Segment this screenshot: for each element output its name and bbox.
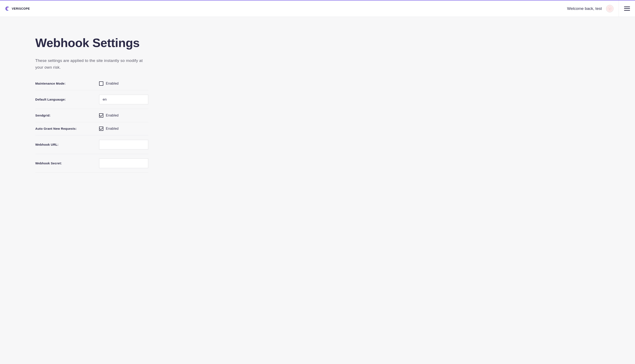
checkbox-label-auto-grant: Enabled <box>106 127 119 130</box>
label-auto-grant: Auto Grant New Requests: <box>35 127 99 130</box>
input-default-language[interactable] <box>99 95 148 104</box>
label-webhook-url: Webhook URL: <box>35 143 99 146</box>
row-maintenance-mode: Maintenance Mode: Enabled <box>35 79 148 90</box>
welcome-container: Welcome back, test <box>567 5 618 12</box>
checkbox-label-sendgrid: Enabled <box>106 114 119 117</box>
checkbox-label-maintenance-mode: Enabled <box>106 82 119 86</box>
svg-point-2 <box>610 8 611 8</box>
input-webhook-secret[interactable] <box>99 158 148 168</box>
label-default-language: Default Languauge: <box>35 98 99 101</box>
logo[interactable]: VERISCOPE <box>5 6 30 11</box>
avatar[interactable] <box>606 5 614 12</box>
label-sendgrid: Sendgrid: <box>35 114 99 117</box>
control-maintenance-mode: Enabled <box>99 82 148 86</box>
main-content: Webhook Settings These settings are appl… <box>0 17 151 173</box>
veriscope-logo-icon <box>5 6 10 11</box>
checkbox-box-icon <box>99 82 103 86</box>
control-default-language <box>99 95 148 104</box>
control-sendgrid: Enabled <box>99 113 148 118</box>
menu-button[interactable] <box>618 0 635 17</box>
brand-name: VERISCOPE <box>12 7 30 10</box>
row-webhook-url: Webhook URL: <box>35 136 148 154</box>
row-default-language: Default Languauge: <box>35 90 148 109</box>
checkbox-box-icon <box>99 113 103 118</box>
svg-point-0 <box>608 6 612 10</box>
checkbox-auto-grant[interactable]: Enabled <box>99 126 119 131</box>
page-title: Webhook Settings <box>35 36 151 50</box>
header-right: Welcome back, test <box>567 0 635 16</box>
control-webhook-url <box>99 140 148 150</box>
hamburger-icon <box>624 6 630 11</box>
checkbox-box-icon <box>99 126 103 131</box>
control-auto-grant: Enabled <box>99 126 148 131</box>
checkbox-sendgrid[interactable]: Enabled <box>99 113 119 118</box>
row-auto-grant: Auto Grant New Requests: Enabled <box>35 122 148 136</box>
control-webhook-secret <box>99 158 148 168</box>
row-webhook-secret: Webhook Secret: <box>35 154 148 173</box>
avatar-face-icon <box>608 6 612 11</box>
welcome-text: Welcome back, test <box>567 6 602 11</box>
label-webhook-secret: Webhook Secret: <box>35 162 99 165</box>
input-webhook-url[interactable] <box>99 140 148 150</box>
row-sendgrid: Sendgrid: Enabled <box>35 109 148 122</box>
label-maintenance-mode: Maintenance Mode: <box>35 82 99 85</box>
page-description: These settings are applied to the site i… <box>35 57 149 71</box>
svg-point-1 <box>609 8 610 8</box>
header: VERISCOPE Welcome back, test <box>0 0 635 17</box>
checkbox-maintenance-mode[interactable]: Enabled <box>99 82 119 86</box>
